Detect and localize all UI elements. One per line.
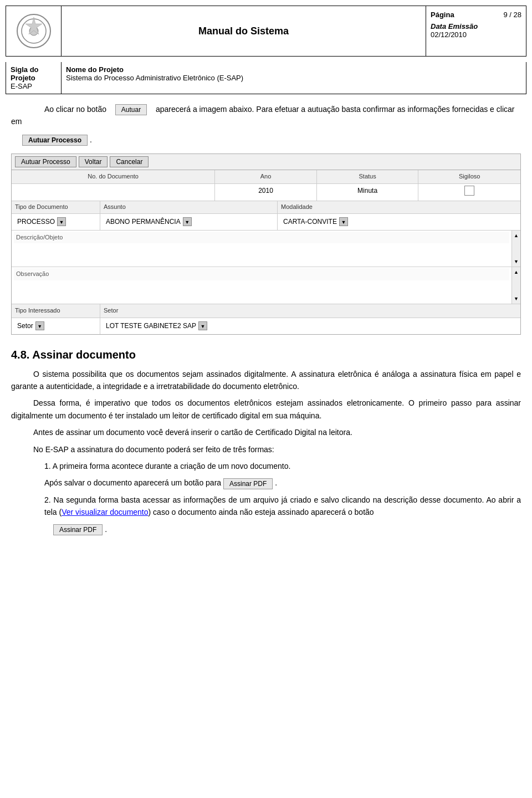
descricao-row: Descrição/Objeto ▲ ▼ (12, 231, 520, 268)
sub-header: Sigla do Projeto E-SAP Nome do Projeto S… (6, 62, 526, 94)
sigiloso-checkbox[interactable] (464, 186, 474, 196)
section-para3: Antes de assinar um documento você dever… (11, 426, 521, 438)
modalidade-value-cell: CARTA-CONVITE ▼ (278, 214, 520, 230)
sub-header-left: Sigla do Projeto E-SAP (6, 62, 62, 94)
list-item-2-paren: ) caso o documento ainda não esteja assi… (149, 508, 374, 516)
obs-scrollbar[interactable]: ▲ ▼ (511, 267, 520, 304)
descricao-cell: Descrição/Objeto (12, 231, 511, 267)
obs-scroll-down[interactable]: ▼ (514, 295, 519, 303)
tipo-interessado-label: Tipo Interessado (12, 304, 100, 318)
assunto-label: Assunto (100, 201, 278, 213)
sigla-label: Sigla do Projeto (11, 65, 57, 82)
col-header-no-documento: No. do Documento (12, 170, 215, 183)
sigla-value: E-SAP (11, 82, 57, 90)
setor-label: Setor (100, 304, 520, 318)
col-header-status: Status (317, 170, 419, 183)
header-title: Manual do Sistema (62, 6, 426, 56)
logo-icon (14, 12, 53, 50)
assunto-value: ABONO PERMANÊNCIA (106, 217, 181, 227)
nome-value: Sistema do Processo Administrativo Eletr… (66, 74, 521, 82)
section-para2: Dessa forma, é imperativo que todos os d… (11, 397, 521, 422)
nome-label: Nome do Projeto (66, 65, 521, 74)
assunto-select-arrow[interactable]: ▼ (183, 217, 192, 226)
list-item-1: 1. A primeira forma acontece durante a c… (44, 460, 521, 472)
autuar-processo-line: Autuar Processo . (22, 134, 521, 146)
modalidade-field: CARTA-CONVITE ▼ (281, 216, 517, 228)
section-para4: No E-SAP a assinatura do documento poder… (11, 443, 521, 456)
scroll-up-arrow[interactable]: ▲ (514, 232, 519, 239)
list-item-2-btn-row: Assinar PDF . (53, 523, 521, 535)
section-title: Assinar documento (32, 349, 136, 361)
tipo-doc-label: Tipo de Documento (12, 201, 100, 213)
list-item-1-sub: Após salvar o documento aparecerá um bot… (44, 477, 521, 489)
autuar-processo-toolbar-btn[interactable]: Autuar Processo (15, 156, 76, 167)
tipo-assunto-modal-values: PROCESSO ▼ ABONO PERMANÊNCIA ▼ CARTA-CON… (12, 214, 520, 231)
autuar-processo-button[interactable]: Autuar Processo (22, 135, 88, 146)
list-item-1-sub-text: Após salvar o documento aparecerá um bot… (44, 478, 223, 487)
section-para3-text: Antes de assinar um documento você dever… (33, 428, 352, 437)
col-value-ano: 2010 (215, 184, 317, 201)
section-para4-text: No E-SAP a assinatura do documento poder… (33, 445, 274, 454)
pagina-label: Página (431, 11, 454, 19)
page-header: Manual do Sistema Página 9 / 28 Data Emi… (6, 6, 526, 57)
form-panel: Autuar Processo Voltar Cancelar No. do D… (11, 154, 521, 335)
data-value: 02/12/2010 (431, 30, 521, 39)
assinar-pdf-button-1[interactable]: Assinar PDF (223, 478, 273, 489)
voltar-btn[interactable]: Voltar (79, 156, 108, 167)
tipo-interessado-value: Setor (17, 321, 33, 331)
assunto-value-cell: ABONO PERMANÊNCIA ▼ (100, 214, 278, 230)
tipo-doc-select-arrow[interactable]: ▼ (57, 217, 66, 226)
list-item-1-text: A primeira forma acontece durante a cria… (53, 462, 291, 470)
assinar-pdf-button-2[interactable]: Assinar PDF (53, 524, 103, 535)
modalidade-value: CARTA-CONVITE (283, 217, 337, 227)
data-label: Data Emissão (431, 22, 521, 30)
section-heading: 4.8. Assinar documento (11, 346, 521, 364)
tipo-interessado-select-arrow[interactable]: ▼ (35, 321, 44, 330)
col-value-no-documento (12, 184, 215, 201)
form-toolbar: Autuar Processo Voltar Cancelar (12, 154, 520, 170)
col-value-sigiloso (418, 184, 520, 201)
ver-visualizar-link[interactable]: Ver visualizar documento (62, 508, 148, 516)
descricao-scrollbar[interactable]: ▲ ▼ (511, 231, 520, 267)
tipo-doc-field: PROCESSO ▼ (15, 216, 96, 228)
tipo-doc-value: PROCESSO (17, 217, 55, 227)
obs-label: Observação (14, 268, 509, 280)
section-para2-text: Dessa forma, é imperativo que todos os d… (11, 398, 521, 420)
list-item-2-suffix2: . (105, 525, 107, 534)
section-para1: O sistema possibilita que os documentos … (11, 368, 521, 393)
tipo-setor-values: Setor ▼ LOT TESTE GABINETE2 SAP ▼ (12, 318, 520, 334)
intro-text1: Ao clicar no botão (44, 105, 106, 114)
scroll-down-arrow[interactable]: ▼ (514, 258, 519, 265)
col-headers-row: No. do Documento Ano Status Sigiloso (12, 170, 520, 184)
header-logo (6, 6, 62, 56)
tipo-interessado-value-cell: Setor ▼ (12, 318, 100, 334)
descricao-label: Descrição/Objeto (14, 232, 509, 244)
intro-para: Ao clicar no botão Autuar aparecerá a im… (11, 103, 521, 128)
lot-value-cell: LOT TESTE GABINETE2 SAP ▼ (100, 318, 520, 334)
modalidade-select-arrow[interactable]: ▼ (339, 217, 348, 226)
obs-row: Observação ▲ ▼ (12, 267, 520, 304)
lot-select-arrow[interactable]: ▼ (198, 321, 207, 330)
col-value-status: Minuta (317, 184, 419, 201)
obs-scroll-up[interactable]: ▲ (514, 268, 519, 276)
section-para1-text: O sistema possibilita que os documentos … (11, 370, 521, 391)
list-item-2: 2. Na segunda forma basta acessar as inf… (44, 494, 521, 519)
autuar-inline-button[interactable]: Autuar (115, 104, 147, 115)
cancelar-btn[interactable]: Cancelar (110, 156, 149, 167)
lot-field: LOT TESTE GABINETE2 SAP ▼ (104, 320, 517, 332)
list-num-1: 1. (44, 462, 53, 470)
numbered-list: 1. A primeira forma acontece durante a c… (44, 460, 521, 535)
tipo-assunto-modal-labels: Tipo de Documento Assunto Modalidade (12, 201, 520, 214)
section-num: 4.8. (11, 349, 29, 361)
tipo-interessado-field: Setor ▼ (15, 320, 96, 332)
col-values-row: 2010 Minuta (12, 184, 520, 201)
col-header-ano: Ano (215, 170, 317, 183)
header-meta: Página 9 / 28 Data Emissão 02/12/2010 (426, 6, 526, 56)
pagina-value: 9 / 28 (503, 11, 521, 19)
modalidade-label: Modalidade (278, 201, 520, 213)
list-num-2: 2. (44, 495, 54, 504)
sub-header-right: Nome do Projeto Sistema do Processo Admi… (62, 62, 526, 94)
assunto-field: ABONO PERMANÊNCIA ▼ (104, 216, 274, 228)
main-content: Ao clicar no botão Autuar aparecerá a im… (11, 103, 521, 535)
obs-cell: Observação (12, 267, 511, 304)
